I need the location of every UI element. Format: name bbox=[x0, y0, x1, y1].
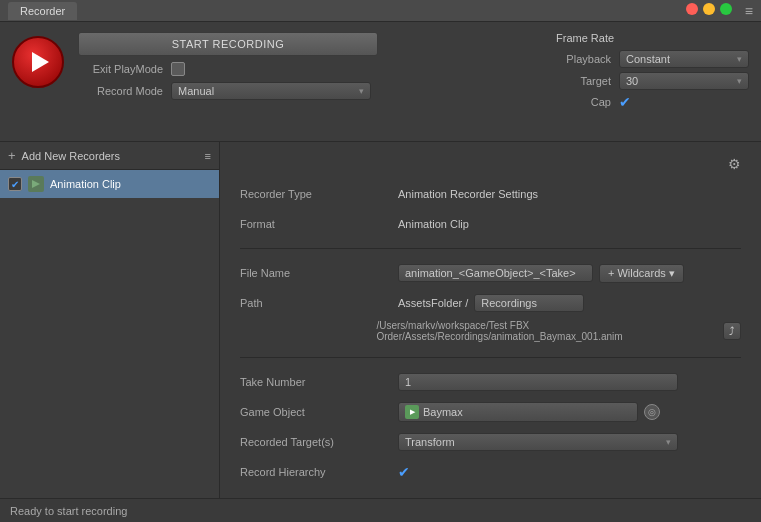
cap-row: Cap ✔ bbox=[556, 94, 749, 110]
minimize-window-button[interactable] bbox=[703, 3, 715, 15]
item-checkbox[interactable]: ✔ bbox=[8, 177, 22, 191]
play-icon bbox=[32, 180, 40, 188]
playback-row: Playback Constant ▾ bbox=[556, 50, 749, 68]
status-bar: Ready to start recording bbox=[0, 498, 761, 522]
maximize-window-button[interactable] bbox=[720, 3, 732, 15]
list-item[interactable]: ✔ Animation Clip bbox=[0, 170, 219, 198]
controls-column: START RECORDING Exit PlayMode Record Mod… bbox=[78, 32, 536, 100]
playback-arrow-icon: ▾ bbox=[737, 54, 742, 64]
close-window-button[interactable] bbox=[686, 3, 698, 15]
dropdown-arrow-icon: ▾ bbox=[359, 86, 364, 96]
file-name-input[interactable]: animation_<GameObject>_<Take> bbox=[398, 264, 593, 282]
full-path-display: /Users/markv/workspace/Test FBX Order/As… bbox=[376, 320, 741, 342]
game-object-input-row: ▶ Baymax ◎ bbox=[398, 402, 660, 422]
format-value: Animation Clip bbox=[398, 218, 469, 230]
exit-playmode-row: Exit PlayMode bbox=[78, 62, 536, 76]
divider-1 bbox=[240, 248, 741, 249]
game-object-label: Game Object bbox=[240, 406, 390, 418]
frame-rate-title: Frame Rate bbox=[556, 32, 749, 44]
lines-icon: ≡ bbox=[745, 3, 753, 19]
recorded-targets-label: Recorded Target(s) bbox=[240, 436, 390, 448]
format-row: Format Animation Clip bbox=[240, 214, 741, 234]
frame-rate-column: Frame Rate Playback Constant ▾ Target 30… bbox=[556, 32, 749, 110]
recorded-targets-value: Transform bbox=[405, 436, 455, 448]
record-mode-value: Manual bbox=[178, 85, 214, 97]
take-number-label: Take Number bbox=[240, 376, 390, 388]
add-recorder-icon[interactable]: + bbox=[8, 148, 16, 163]
record-mode-dropdown[interactable]: Manual ▾ bbox=[171, 82, 371, 100]
exit-playmode-checkbox[interactable] bbox=[171, 62, 185, 76]
recorded-targets-arrow-icon: ▾ bbox=[666, 437, 671, 447]
path-folder-value: AssetsFolder / bbox=[398, 297, 468, 309]
record-mode-row: Record Mode Manual ▾ bbox=[78, 82, 536, 100]
recorded-targets-dropdown[interactable]: Transform ▾ bbox=[398, 433, 678, 451]
divider-2 bbox=[240, 357, 741, 358]
start-recording-button[interactable]: START RECORDING bbox=[78, 32, 378, 56]
file-name-row: File Name animation_<GameObject>_<Take> … bbox=[240, 263, 741, 283]
path-input-row: AssetsFolder / Recordings bbox=[398, 294, 584, 312]
target-label: Target bbox=[556, 75, 611, 87]
window-controls: ≡ bbox=[686, 3, 753, 19]
full-path-text: /Users/markv/workspace/Test FBX Order/As… bbox=[376, 320, 717, 342]
target-value: 30 bbox=[626, 75, 638, 87]
left-header: + Add New Recorders ≡ bbox=[0, 142, 219, 170]
path-recordings-input[interactable]: Recordings bbox=[474, 294, 584, 312]
recorded-targets-row: Recorded Target(s) Transform ▾ bbox=[240, 432, 741, 452]
game-object-value: Baymax bbox=[423, 406, 463, 418]
recorder-type-label: Recorder Type bbox=[240, 188, 390, 200]
play-circle[interactable] bbox=[12, 36, 64, 88]
exit-playmode-label: Exit PlayMode bbox=[78, 63, 163, 75]
playback-value: Constant bbox=[626, 53, 670, 65]
recorder-type-value: Animation Recorder Settings bbox=[398, 188, 538, 200]
cap-checkbox[interactable]: ✔ bbox=[619, 94, 631, 110]
playback-label: Playback bbox=[556, 53, 611, 65]
path-label: Path bbox=[240, 297, 390, 309]
format-label: Format bbox=[240, 218, 390, 230]
game-object-input[interactable]: ▶ Baymax bbox=[398, 402, 638, 422]
file-name-label: File Name bbox=[240, 267, 390, 279]
open-folder-button[interactable]: ⤴ bbox=[723, 322, 741, 340]
play-button[interactable] bbox=[12, 36, 64, 88]
take-number-input[interactable]: 1 bbox=[398, 373, 678, 391]
target-dropdown[interactable]: 30 ▾ bbox=[619, 72, 749, 90]
top-panel: START RECORDING Exit PlayMode Record Mod… bbox=[0, 22, 761, 142]
left-panel: + Add New Recorders ≡ ✔ Animation Clip bbox=[0, 142, 220, 498]
animation-clip-icon bbox=[28, 176, 44, 192]
record-hierarchy-checkbox[interactable]: ✔ bbox=[398, 464, 410, 480]
add-new-label: Add New Recorders bbox=[22, 150, 199, 162]
right-panel: ⚙ Recorder Type Animation Recorder Setti… bbox=[220, 142, 761, 498]
cap-label: Cap bbox=[556, 96, 611, 108]
game-object-picker-button[interactable]: ◎ bbox=[644, 404, 660, 420]
settings-icon-row: ⚙ bbox=[240, 156, 741, 172]
wildcards-button[interactable]: + Wildcards ▾ bbox=[599, 264, 684, 283]
list-icon[interactable]: ≡ bbox=[205, 150, 211, 162]
record-mode-label: Record Mode bbox=[78, 85, 163, 97]
file-name-input-row: animation_<GameObject>_<Take> + Wildcard… bbox=[398, 264, 684, 283]
target-row: Target 30 ▾ bbox=[556, 72, 749, 90]
target-arrow-icon: ▾ bbox=[737, 76, 742, 86]
take-number-row: Take Number 1 bbox=[240, 372, 741, 392]
title-bar: Recorder ≡ bbox=[0, 0, 761, 22]
recorder-type-row: Recorder Type Animation Recorder Setting… bbox=[240, 184, 741, 204]
path-row: Path AssetsFolder / Recordings bbox=[240, 293, 741, 313]
title-tab[interactable]: Recorder bbox=[8, 2, 77, 20]
item-check-icon: ✔ bbox=[11, 179, 19, 190]
playback-dropdown[interactable]: Constant ▾ bbox=[619, 50, 749, 68]
record-hierarchy-label: Record Hierarchy bbox=[240, 466, 390, 478]
recorder-item-label: Animation Clip bbox=[50, 178, 121, 190]
settings-icon[interactable]: ⚙ bbox=[728, 156, 741, 172]
play-triangle-icon bbox=[32, 52, 49, 72]
status-text: Ready to start recording bbox=[10, 505, 127, 517]
game-object-icon: ▶ bbox=[405, 405, 419, 419]
main-content: + Add New Recorders ≡ ✔ Animation Clip ⚙… bbox=[0, 142, 761, 498]
record-hierarchy-row: Record Hierarchy ✔ bbox=[240, 462, 741, 482]
game-object-row: Game Object ▶ Baymax ◎ bbox=[240, 402, 741, 422]
full-path-row: /Users/markv/workspace/Test FBX Order/As… bbox=[240, 323, 741, 343]
